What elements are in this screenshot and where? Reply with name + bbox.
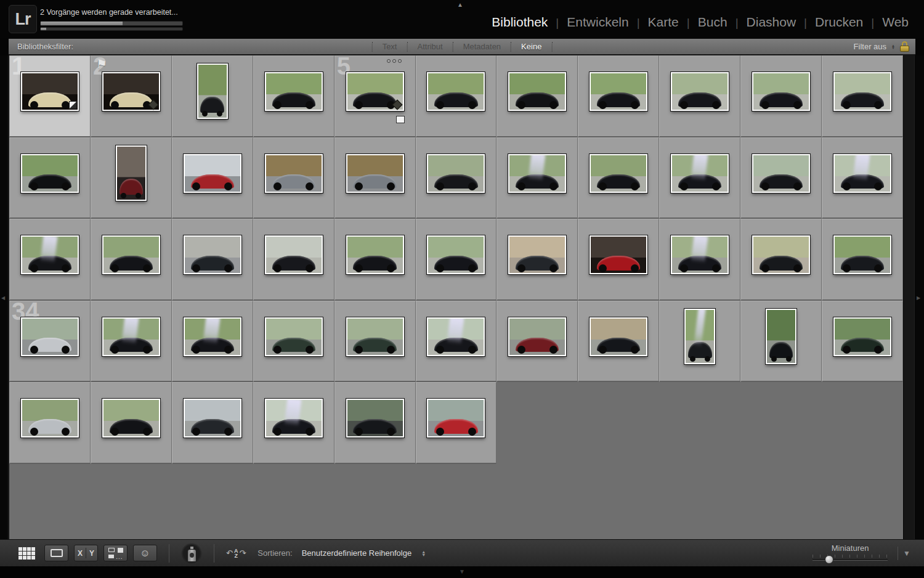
module-diashow[interactable]: Diashow	[739, 15, 804, 30]
photo-cell[interactable]	[740, 219, 822, 301]
photo-cell[interactable]: 2⚑	[91, 55, 172, 137]
thumbnail-size-slider[interactable]	[813, 555, 888, 563]
photo-cell[interactable]	[496, 137, 578, 219]
photo-cell[interactable]	[578, 301, 659, 383]
module-entwickeln[interactable]: Entwickeln	[559, 15, 636, 30]
photo-cell[interactable]	[578, 219, 659, 301]
photo-cell[interactable]	[91, 301, 172, 383]
wheel-shape	[874, 182, 882, 190]
photo-cell[interactable]	[334, 301, 416, 383]
sort-dropdown-arrows-icon[interactable]: ▲▼	[421, 550, 426, 556]
photo-cell[interactable]	[9, 219, 91, 301]
photo-cell[interactable]	[172, 301, 253, 383]
photo-cell[interactable]	[9, 137, 91, 219]
photo-cell[interactable]	[740, 301, 822, 383]
bottom-panel-collapsed-strip[interactable]: ▼	[0, 566, 924, 578]
painter-tool-button[interactable]	[181, 543, 202, 564]
wheel-shape	[355, 264, 363, 272]
photo-cell[interactable]	[172, 219, 253, 301]
loupe-view-button[interactable]	[44, 545, 68, 561]
photo-cell[interactable]	[496, 55, 578, 137]
photo-cell[interactable]	[334, 382, 416, 464]
photo-cell[interactable]	[416, 137, 497, 219]
left-panel-collapsed-strip[interactable]: ◀	[0, 55, 9, 539]
photo-cell[interactable]	[496, 219, 578, 301]
filter-tab-keine[interactable]: Keine	[511, 42, 551, 51]
photo-cell[interactable]	[822, 55, 903, 137]
photo-cell[interactable]	[253, 55, 334, 137]
module-bibliothek[interactable]: Bibliothek	[484, 15, 556, 30]
right-panel-collapsed-strip[interactable]: ▶	[914, 55, 924, 539]
grid-scrollbar-track[interactable]	[903, 55, 914, 539]
wheel-shape	[761, 182, 769, 190]
toolbar-options-chevron-icon[interactable]: ▼	[898, 547, 915, 560]
pick-flag-icon[interactable]: ⚑	[96, 57, 107, 71]
filter-lock-icon[interactable]	[900, 41, 909, 52]
filter-tab-attribut[interactable]: Attribut	[407, 42, 452, 51]
expand-bottom-panel-arrow-icon[interactable]: ▼	[459, 568, 465, 575]
photo-cell[interactable]: 34	[9, 301, 91, 383]
photo-cell[interactable]	[740, 55, 822, 137]
photo-cell[interactable]	[659, 55, 740, 137]
wheel-shape	[517, 101, 525, 109]
photo-cell[interactable]	[822, 137, 903, 219]
photo-cell[interactable]	[659, 137, 740, 219]
photo-image	[266, 73, 322, 110]
photo-cell[interactable]	[172, 55, 253, 137]
slider-track[interactable]	[813, 559, 888, 561]
photo-cell[interactable]	[416, 55, 497, 137]
photo-cell[interactable]	[416, 301, 497, 383]
collapse-top-panel-arrow-icon[interactable]: ▲	[457, 1, 463, 8]
wheel-shape	[62, 346, 70, 354]
photo-cell[interactable]	[9, 382, 91, 464]
compare-view-button[interactable]: XY	[74, 545, 98, 561]
photo-cell[interactable]	[822, 301, 903, 383]
photo-cell[interactable]	[740, 137, 822, 219]
photo-cell[interactable]	[578, 55, 659, 137]
photo-cell[interactable]: 5	[334, 55, 416, 137]
photo-cell[interactable]	[334, 219, 416, 301]
survey-view-button[interactable]: ...	[103, 545, 128, 561]
module-buch[interactable]: Buch	[690, 15, 736, 30]
filter-tab-metadaten[interactable]: Metadaten	[453, 42, 511, 51]
photo-cell[interactable]	[416, 382, 497, 464]
photo-cell[interactable]: 1	[9, 55, 91, 137]
photo-cell[interactable]	[253, 219, 334, 301]
people-view-button[interactable]: ☺	[133, 545, 157, 561]
photo-cell[interactable]	[172, 382, 253, 464]
photo-thumbnail	[427, 72, 485, 111]
wheel-shape	[786, 356, 792, 362]
photo-cell[interactable]	[91, 382, 172, 464]
module-web[interactable]: Web	[874, 15, 917, 30]
filter-tab-text[interactable]: Text	[373, 42, 407, 51]
filter-preset-dropdown-arrows-icon[interactable]: ▲▼	[891, 44, 895, 49]
photo-cell[interactable]	[91, 137, 172, 219]
module-karte[interactable]: Karte	[640, 15, 687, 30]
photo-cell[interactable]	[416, 219, 497, 301]
sort-order-dropdown[interactable]: Benutzerdefinierte Reihenfolge	[302, 548, 412, 558]
photo-cell[interactable]	[253, 301, 334, 383]
expand-right-panel-arrow-icon[interactable]: ▶	[917, 295, 920, 300]
metadata-square-badge-icon[interactable]	[396, 116, 405, 123]
expand-left-panel-arrow-icon[interactable]: ◀	[1, 295, 5, 300]
photo-cell[interactable]	[822, 219, 903, 301]
stack-dots-icon[interactable]	[387, 59, 402, 63]
sort-direction-button[interactable]: ↶ AZ ↷	[226, 548, 246, 558]
photo-cell[interactable]	[253, 137, 334, 219]
photo-cell[interactable]	[91, 219, 172, 301]
photo-cell[interactable]	[496, 301, 578, 383]
photo-cell[interactable]	[578, 137, 659, 219]
photo-thumbnail	[21, 235, 79, 274]
wheel-shape	[517, 264, 525, 272]
develop-adjustment-badge-icon[interactable]	[69, 101, 77, 109]
photo-cell[interactable]	[172, 137, 253, 219]
photo-cell[interactable]	[659, 219, 740, 301]
wheel-shape	[355, 428, 363, 436]
grid-view-button[interactable]	[15, 545, 39, 561]
photo-cell[interactable]	[659, 301, 740, 383]
photo-cell[interactable]	[334, 137, 416, 219]
slider-knob[interactable]	[825, 555, 833, 564]
photo-cell[interactable]	[253, 382, 334, 464]
filter-preset-dropdown[interactable]: Filter aus	[854, 42, 886, 51]
module-drucken[interactable]: Drucken	[807, 15, 871, 30]
